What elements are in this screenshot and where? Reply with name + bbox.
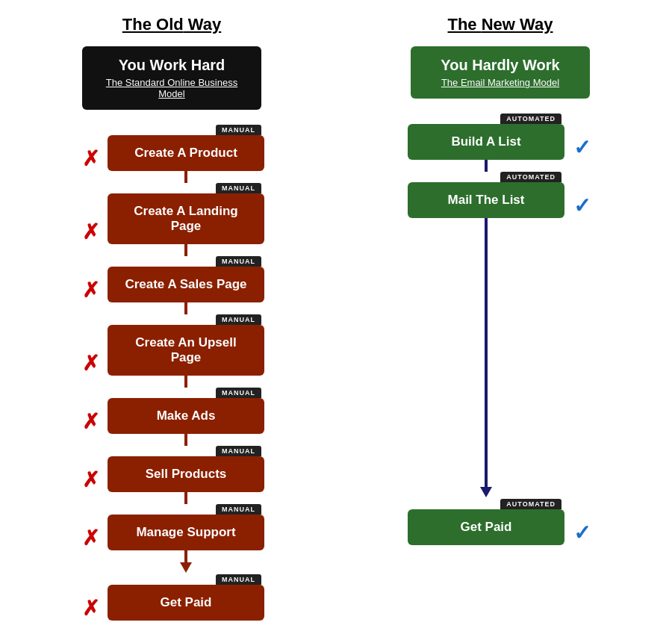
- x-mark-3: ✗: [79, 278, 102, 302]
- badge-box-6: MANUAL Sell Products: [108, 446, 264, 492]
- left-header-main: You Work Hard: [97, 57, 246, 74]
- badge-box-3: MANUAL Create A Sales Page: [108, 256, 264, 302]
- right-flow-item-2: AUTOMATED Mail The List ✓: [408, 172, 593, 218]
- left-header-sub: The Standard Online Business Model: [97, 77, 246, 99]
- right-badge-3: AUTOMATED: [500, 499, 561, 509]
- columns-wrapper: The Old Way You Work Hard The Standard O…: [15, 15, 657, 621]
- badge-box-1: MANUAL Create A Product: [108, 125, 264, 171]
- vline-right-1: [408, 160, 564, 172]
- red-box-4: Create An Upsell Page: [108, 325, 264, 376]
- right-header-box: You Hardly Work The Email Marketing Mode…: [411, 46, 590, 99]
- left-flow-item-2: ✗ MANUAL Create A Landing Page: [79, 183, 264, 244]
- red-box-3: Create A Sales Page: [108, 267, 264, 302]
- badge-box-7: MANUAL Manage Support: [108, 504, 264, 550]
- x-mark-2: ✗: [79, 220, 102, 244]
- left-flow-item-3: ✗ MANUAL Create A Sales Page: [79, 256, 264, 302]
- check-mark-1: ✓: [570, 135, 593, 160]
- right-title-emphasis: New: [482, 15, 515, 34]
- right-badge-box-1: AUTOMATED Build A List: [408, 114, 564, 160]
- vline-2: [108, 244, 264, 256]
- vline-7: [108, 550, 264, 562]
- right-flow: AUTOMATED Build A List ✓ AUTOMATED Mail …: [396, 114, 605, 545]
- badge-5: MANUAL: [216, 388, 261, 398]
- check-mark-3: ✓: [570, 521, 593, 545]
- left-title-prefix: The: [122, 15, 156, 34]
- vline-6: [108, 492, 264, 504]
- right-badge-2: AUTOMATED: [500, 172, 561, 182]
- right-header-main: You Hardly Work: [426, 57, 575, 74]
- right-badge-box-2: AUTOMATED Mail The List: [408, 172, 564, 218]
- left-flow-item-1: ✗ MANUAL Create A Product: [79, 125, 264, 171]
- badge-box-2: MANUAL Create A Landing Page: [108, 183, 264, 244]
- left-title-emphasis: Old: [156, 15, 184, 34]
- left-flow-item-5: ✗ MANUAL Make Ads: [79, 388, 264, 434]
- right-flow-item-1: AUTOMATED Build A List ✓: [408, 114, 593, 160]
- arrow-blue: [408, 487, 564, 497]
- right-column: The New Way You Hardly Work The Email Ma…: [396, 15, 605, 621]
- right-title-prefix: The: [447, 15, 481, 34]
- x-mark-6: ✗: [79, 467, 102, 492]
- arrow-red: [108, 562, 264, 573]
- badge-box-8: MANUAL Get Paid: [108, 574, 264, 621]
- right-header-sub: The Email Marketing Model: [426, 77, 575, 88]
- green-box-3: Get Paid: [408, 509, 564, 545]
- vline-right-long: [408, 218, 564, 487]
- vline-5: [108, 434, 264, 446]
- x-mark-8: ✗: [79, 596, 102, 621]
- x-mark-7: ✗: [79, 526, 102, 550]
- right-badge-1: AUTOMATED: [500, 114, 561, 124]
- red-box-5: Make Ads: [108, 398, 264, 434]
- left-flow: ✗ MANUAL Create A Product ✗ MANUAL Creat…: [67, 125, 276, 621]
- badge-4: MANUAL: [216, 314, 261, 325]
- badge-7: MANUAL: [216, 504, 261, 515]
- left-header-box: You Work Hard The Standard Online Busine…: [82, 46, 261, 110]
- left-flow-item-8: ✗ MANUAL Get Paid: [79, 574, 264, 621]
- red-box-1: Create A Product: [108, 135, 264, 171]
- red-box-7: Manage Support: [108, 515, 264, 550]
- right-badge-box-3: AUTOMATED Get Paid: [408, 499, 564, 545]
- left-flow-item-4: ✗ MANUAL Create An Upsell Page: [79, 314, 264, 376]
- badge-2: MANUAL: [216, 183, 261, 193]
- badge-8: MANUAL: [216, 574, 261, 585]
- left-title-suffix: Way: [184, 15, 222, 34]
- x-mark-4: ✗: [79, 351, 102, 376]
- badge-box-4: MANUAL Create An Upsell Page: [108, 314, 264, 376]
- left-column-title: The Old Way: [122, 15, 221, 34]
- check-mark-2: ✓: [570, 193, 593, 218]
- left-flow-item-6: ✗ MANUAL Sell Products: [79, 446, 264, 492]
- right-title-suffix: Way: [515, 15, 553, 34]
- main-container: The Old Way You Work Hard The Standard O…: [15, 15, 657, 621]
- red-box-2: Create A Landing Page: [108, 193, 264, 244]
- badge-3: MANUAL: [216, 256, 261, 267]
- vline-1: [108, 171, 264, 183]
- right-column-title: The New Way: [447, 15, 553, 34]
- right-flow-item-3: AUTOMATED Get Paid ✓: [408, 499, 593, 545]
- badge-6: MANUAL: [216, 446, 261, 456]
- red-box-6: Sell Products: [108, 456, 264, 492]
- badge-box-5: MANUAL Make Ads: [108, 388, 264, 434]
- vline-4: [108, 376, 264, 388]
- badge-1: MANUAL: [216, 125, 261, 135]
- left-flow-item-7: ✗ MANUAL Manage Support: [79, 504, 264, 550]
- red-box-8: Get Paid: [108, 585, 264, 621]
- green-box-1: Build A List: [408, 124, 564, 160]
- x-mark-1: ✗: [79, 146, 102, 171]
- x-mark-5: ✗: [79, 409, 102, 434]
- green-box-2: Mail The List: [408, 182, 564, 218]
- left-column: The Old Way You Work Hard The Standard O…: [67, 15, 276, 621]
- vline-3: [108, 302, 264, 314]
